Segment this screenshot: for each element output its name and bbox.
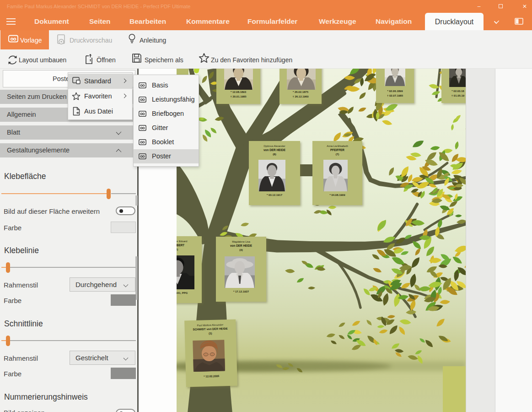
svg-text:(8): (8) — [273, 153, 276, 156]
svg-text:von DER HEIDE: von DER HEIDE — [263, 148, 286, 152]
svg-text:Anna Lia Elisabeth: Anna Lia Elisabeth — [327, 145, 348, 147]
svg-text:* 03.12.1917: * 03.12.1917 — [267, 194, 283, 196]
svg-text:Optimus Alexander: Optimus Alexander — [263, 145, 285, 147]
svg-text:* 04.08.1909: * 04.08.1909 — [329, 194, 345, 196]
svg-text:† 26.12.1960: † 26.12.1960 — [292, 95, 309, 98]
svg-text:* 02.06.1899: * 02.06.1899 — [387, 90, 403, 92]
svg-text:* 12.02.2006: * 12.02.2006 — [204, 375, 220, 378]
svg-text:* 10.09.1941, PPG: * 10.09.1941, PPG — [177, 292, 188, 294]
svg-text:† 01.05.19: † 01.05.19 — [451, 94, 465, 97]
svg-text:* 26.02.1875: * 26.02.1875 — [293, 91, 309, 93]
svg-text:† 20.01.1985: † 20.01.1985 — [230, 95, 247, 98]
svg-text:PFEIFFER: PFEIFFER — [330, 148, 344, 152]
svg-text:(7): (7) — [336, 153, 339, 156]
svg-text:Hans Peter Eduard: Hans Peter Eduard — [177, 240, 187, 243]
svg-text:* 12.08.1893: * 12.08.1893 — [231, 91, 247, 93]
svg-text:Magdalene Lisa: Magdalene Lisa — [232, 240, 250, 243]
svg-text:* 17.12.1937: * 17.12.1937 — [233, 290, 249, 293]
svg-text:(1): (1) — [209, 332, 212, 335]
svg-text:(2): (2) — [177, 248, 178, 251]
svg-text:SCHUBERT: SCHUBERT — [177, 244, 184, 247]
svg-text:* 02.03.18: * 02.03.18 — [451, 90, 464, 92]
svg-text:von DER HEIDE: von DER HEIDE — [230, 244, 253, 247]
svg-text:(3): (3) — [239, 249, 242, 251]
svg-text:† 02.07.1985: † 02.07.1985 — [387, 94, 403, 97]
